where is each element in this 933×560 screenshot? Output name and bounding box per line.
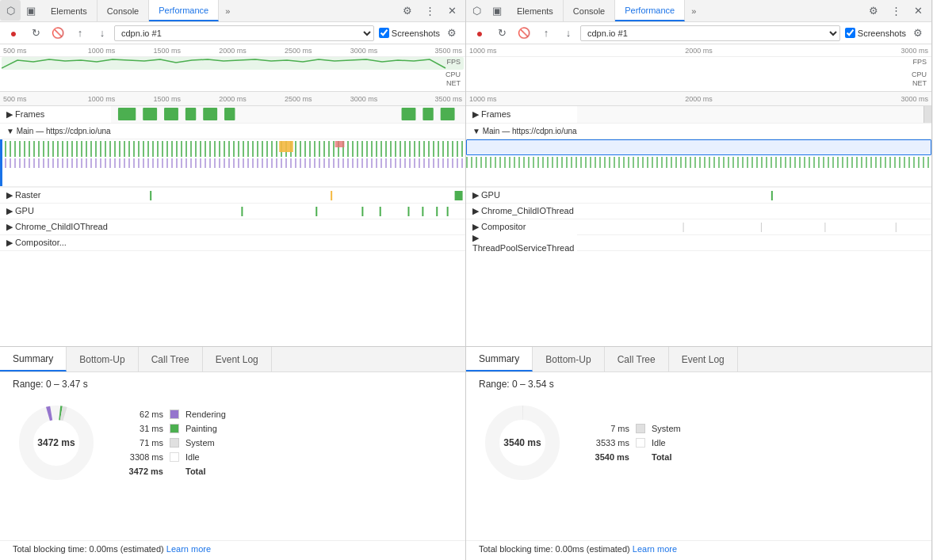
left-tab-calltree[interactable]: Call Tree — [139, 347, 203, 371]
right-fps-label: FPS — [912, 58, 927, 66]
right-total-name: Total — [652, 452, 671, 462]
svg-rect-8 — [441, 108, 455, 120]
left-cpu-label: CPU — [445, 70, 461, 78]
left-tab-console[interactable]: Console — [98, 0, 149, 21]
left-url-select[interactable]: cdpn.io #1 — [114, 25, 374, 41]
left-bottom-tabs: Summary Bottom-Up Call Tree Event Log — [0, 347, 465, 372]
right-net-label: NET — [912, 79, 927, 87]
right-settings-icon[interactable]: ⚙ — [863, 1, 884, 21]
right-system-name: System — [652, 424, 681, 433]
right-screenshots-label[interactable]: Screenshots — [845, 28, 906, 38]
left-record-btn[interactable]: ● — [3, 23, 24, 44]
left-gpu-row[interactable]: ▶ GPU — [0, 204, 465, 219]
svg-rect-15 — [331, 191, 332, 200]
left-toolbar2: ● ↻ 🚫 ↑ ↓ cdpn.io #1 Screenshots ⚙ — [0, 22, 465, 44]
right-dock-icon[interactable]: ▣ — [487, 0, 507, 21]
right-cursor-icon[interactable]: ⬡ — [466, 0, 487, 21]
left-rendering-name: Rendering — [185, 410, 226, 419]
right-legend-system: 7 ms System — [591, 424, 681, 433]
right-legend-total: 3540 ms Total — [591, 452, 681, 462]
right-close-icon[interactable]: ✕ — [908, 1, 928, 21]
left-compositor-label: ▶ Compositor... — [0, 238, 111, 248]
right-donut: 3540 ms — [479, 399, 566, 486]
left-timeline-wrapper: 500 ms 1000 ms 1500 ms 2000 ms 2500 ms 3… — [0, 44, 465, 346]
right-idle-color — [636, 438, 645, 448]
right-threadpool-content — [577, 235, 931, 250]
left-range-text: Range: 0 – 3.47 s — [13, 379, 453, 390]
right-clear-btn[interactable]: 🚫 — [514, 23, 534, 44]
right-tab-calltree[interactable]: Call Tree — [605, 347, 669, 371]
left-frames-row[interactable]: ▶ Frames — [0, 106, 465, 124]
left-screenshots-checkbox[interactable] — [379, 28, 389, 38]
left-legend-rendering: 62 ms Rendering — [125, 410, 226, 419]
right-tab-console[interactable]: Console — [564, 0, 615, 21]
left-cursor-icon[interactable]: ⬡ — [0, 0, 21, 21]
right-upload-btn[interactable]: ↑ — [536, 23, 556, 44]
left-tab-summary[interactable]: Summary — [0, 347, 67, 371]
left-settings-icon[interactable]: ⚙ — [397, 1, 418, 21]
right-threadpool-row[interactable]: ▶ ThreadPoolServiceThread — [466, 235, 931, 251]
left-blocking-text: Total blocking time: 0.00ms (estimated) — [13, 544, 164, 554]
left-clear-btn[interactable]: 🚫 — [48, 23, 68, 44]
left-reload-btn[interactable]: ↻ — [25, 23, 46, 44]
left-learn-more-link[interactable]: Learn more — [166, 544, 211, 554]
left-raster-label: ▶ Raster — [0, 190, 111, 200]
svg-rect-4 — [203, 108, 217, 120]
left-tab-more[interactable]: » — [219, 0, 236, 21]
left-total-name: Total — [185, 467, 205, 476]
right-tab-elements[interactable]: Elements — [507, 0, 564, 21]
right-tab-summary[interactable]: Summary — [466, 347, 533, 371]
left-close-icon[interactable]: ✕ — [442, 1, 462, 21]
left-tab-elements[interactable]: Elements — [41, 0, 98, 21]
left-net-label: NET — [446, 79, 461, 87]
left-tab-eventlog[interactable]: Event Log — [203, 347, 272, 371]
left-painting-name: Painting — [185, 424, 217, 433]
left-settings-btn[interactable]: ⚙ — [442, 23, 462, 44]
left-gpu-label: ▶ GPU — [0, 206, 111, 216]
svg-rect-6 — [402, 108, 416, 120]
right-tab-more[interactable]: » — [685, 0, 702, 21]
left-chrome-child-content — [111, 219, 465, 234]
right-legend-idle: 3533 ms Idle — [591, 438, 681, 448]
left-dock-icon[interactable]: ▣ — [21, 0, 41, 21]
right-learn-more-link[interactable]: Learn more — [633, 544, 677, 554]
right-chrome-child-row[interactable]: ▶ Chrome_ChildIOThread — [466, 204, 931, 219]
right-url-select[interactable]: cdpn.io #1 — [580, 25, 840, 41]
left-tl-section: 500 ms 1000 ms 1500 ms 2000 ms 2500 ms 3… — [0, 92, 465, 346]
left-screenshots-label[interactable]: Screenshots — [379, 28, 440, 38]
left-tab-strip: ⬡ ▣ Elements Console Performance » ⚙ ⋮ ✕ — [0, 0, 465, 22]
right-settings-btn[interactable]: ⚙ — [908, 23, 928, 44]
left-compositor-row[interactable]: ▶ Compositor... — [0, 235, 465, 251]
left-download-btn[interactable]: ↓ — [92, 23, 113, 44]
right-more-icon[interactable]: ⋮ — [885, 1, 906, 21]
right-reload-btn[interactable]: ↻ — [491, 23, 512, 44]
left-legend-total: 3472 ms Total — [125, 467, 226, 476]
right-gpu-row[interactable]: ▶ GPU — [466, 188, 931, 204]
right-legend-idle-ms: 3533 ms — [591, 438, 629, 448]
right-screenshots-checkbox[interactable] — [845, 28, 855, 38]
left-tab-bottomup[interactable]: Bottom-Up — [67, 347, 138, 371]
left-legend-painting-ms: 31 ms — [125, 424, 163, 433]
left-legend-system: 71 ms System — [125, 438, 226, 448]
left-raster-row[interactable]: ▶ Raster — [0, 188, 465, 204]
right-frames-row[interactable]: ▶ Frames — [466, 106, 931, 124]
right-main-row[interactable]: ▼ Main — https://cdpn.io/una/debug/c9edd… — [466, 124, 931, 188]
right-tab-bottomup[interactable]: Bottom-Up — [533, 347, 604, 371]
right-chart-area: 3540 ms 7 ms System 3533 ms Idle — [479, 399, 919, 486]
right-download-btn[interactable]: ↓ — [558, 23, 579, 44]
svg-rect-3 — [185, 108, 196, 120]
right-legend: 7 ms System 3533 ms Idle 3540 ms Total — [591, 424, 681, 462]
right-screenshots-text: Screenshots — [858, 29, 906, 38]
right-tab-eventlog[interactable]: Event Log — [669, 347, 738, 371]
left-screenshots-text: Screenshots — [392, 29, 440, 38]
left-upload-btn[interactable]: ↑ — [70, 23, 90, 44]
left-chrome-child-row[interactable]: ▶ Chrome_ChildIOThread — [0, 219, 465, 235]
left-tab-performance[interactable]: Performance — [149, 0, 219, 21]
left-more-icon[interactable]: ⋮ — [419, 1, 440, 21]
right-record-btn[interactable]: ● — [469, 23, 490, 44]
right-tab-performance[interactable]: Performance — [615, 0, 685, 21]
right-timeline-wrapper: 1000 ms 2000 ms 3000 ms FPS CPU NET 1000… — [466, 44, 931, 346]
left-main-row[interactable]: ▼ Main — https://cdpn.io/una/debug/c9edd… — [0, 124, 465, 188]
left-idle-name: Idle — [185, 452, 200, 462]
svg-rect-14 — [150, 191, 151, 200]
